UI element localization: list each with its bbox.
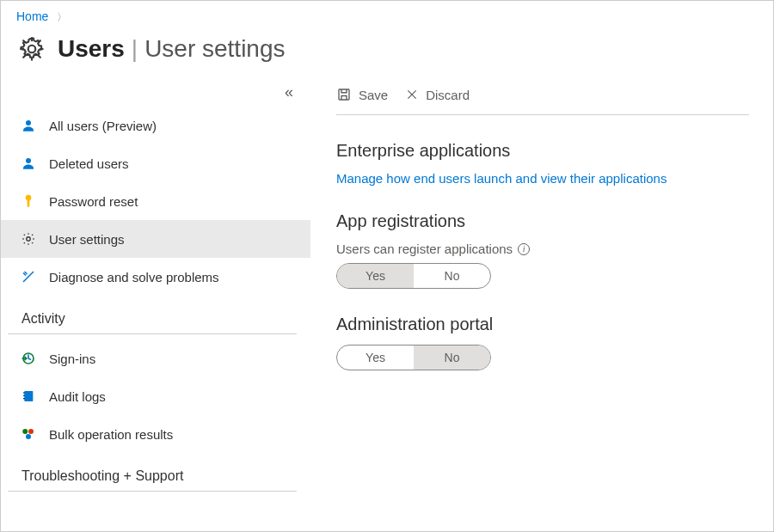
main-content: Save Discard Enterprise applications Man… — [310, 78, 773, 497]
sidebar-item-label: Deleted users — [49, 156, 129, 171]
section-heading: Administration portal — [336, 315, 749, 334]
page-header: Users | User settings — [1, 30, 773, 78]
sidebar-section-activity: Activity — [8, 296, 297, 334]
sidebar-item-label: Bulk operation results — [49, 427, 173, 442]
svg-point-0 — [28, 46, 36, 53]
sidebar-item-sign-ins[interactable]: Sign-ins — [1, 339, 310, 377]
toggle-no[interactable]: No — [414, 264, 490, 288]
svg-point-5 — [27, 237, 31, 242]
sidebar-item-all-users[interactable]: All users (Preview) — [1, 107, 310, 144]
sidebar-item-label: All users (Preview) — [49, 119, 157, 133]
toggle-no[interactable]: No — [414, 345, 490, 370]
svg-rect-7 — [24, 391, 33, 401]
sidebar-item-deleted-users[interactable]: Deleted users — [1, 144, 310, 182]
section-admin-portal: Administration portal Yes No — [336, 289, 749, 370]
svg-point-13 — [26, 434, 31, 439]
field-label-text: Users can register applications — [336, 242, 513, 256]
sidebar-item-diagnose[interactable]: Diagnose and solve problems — [1, 258, 310, 296]
sidebar-item-password-reset[interactable]: Password reset — [1, 182, 310, 220]
svg-rect-4 — [28, 200, 30, 207]
section-enterprise-apps: Enterprise applications Manage how end u… — [336, 115, 749, 186]
key-icon — [20, 193, 37, 210]
enterprise-manage-link[interactable]: Manage how end users launch and view the… — [336, 171, 666, 186]
person-icon — [20, 155, 37, 172]
info-icon[interactable]: i — [518, 243, 530, 255]
svg-point-1 — [26, 120, 31, 125]
discard-button[interactable]: Discard — [405, 88, 470, 102]
close-icon — [405, 88, 419, 101]
sidebar-item-bulk-results[interactable]: Bulk operation results — [1, 415, 310, 453]
discard-label: Discard — [426, 88, 470, 102]
svg-point-3 — [26, 195, 32, 201]
toggle-register-apps[interactable]: Yes No — [336, 263, 491, 289]
save-label: Save — [359, 88, 388, 102]
sidebar-section-troubleshooting: Troubleshooting + Support — [8, 453, 297, 492]
title-divider: | — [132, 35, 138, 63]
breadcrumb-home[interactable]: Home — [16, 9, 48, 23]
collapse-sidebar-icon[interactable]: « — [285, 83, 293, 101]
sidebar-item-label: Sign-ins — [49, 352, 95, 366]
sidebar-item-label: Password reset — [49, 194, 138, 209]
svg-point-11 — [22, 429, 28, 434]
page-title: Users — [58, 35, 125, 63]
save-button[interactable]: Save — [336, 87, 388, 102]
sidebar-item-label: Audit logs — [49, 389, 106, 404]
breadcrumb: Home 〉 — [1, 1, 773, 30]
section-app-registrations: App registrations Users can register app… — [336, 186, 749, 289]
sidebar-item-label: Diagnose and solve problems — [49, 270, 219, 284]
toggle-yes[interactable]: Yes — [337, 345, 414, 370]
notebook-icon — [20, 388, 37, 405]
section-heading: App registrations — [336, 211, 749, 231]
person-icon — [20, 117, 37, 134]
gear-icon — [20, 230, 37, 248]
svg-point-12 — [28, 429, 34, 434]
page-subtitle: User settings — [144, 35, 285, 63]
toggle-admin-portal[interactable]: Yes No — [336, 345, 491, 370]
sidebar: « All users (Preview) Deleted users Pass… — [1, 78, 310, 497]
save-icon — [336, 87, 352, 102]
svg-rect-8 — [23, 392, 25, 393]
bulk-icon — [20, 425, 37, 443]
svg-rect-9 — [23, 395, 25, 396]
svg-rect-14 — [339, 89, 349, 100]
gear-icon — [16, 34, 47, 64]
field-label: Users can register applications i — [336, 242, 749, 256]
section-heading: Enterprise applications — [336, 141, 749, 161]
svg-rect-10 — [23, 398, 25, 399]
tools-icon — [20, 268, 37, 285]
sidebar-item-audit-logs[interactable]: Audit logs — [1, 377, 310, 415]
sidebar-item-label: User settings — [49, 232, 125, 247]
chevron-right-icon: 〉 — [57, 11, 67, 23]
svg-point-2 — [26, 158, 31, 163]
toolbar: Save Discard — [336, 78, 749, 115]
toggle-yes[interactable]: Yes — [337, 264, 414, 288]
signin-icon — [20, 350, 37, 367]
sidebar-item-user-settings[interactable]: User settings — [1, 220, 310, 258]
